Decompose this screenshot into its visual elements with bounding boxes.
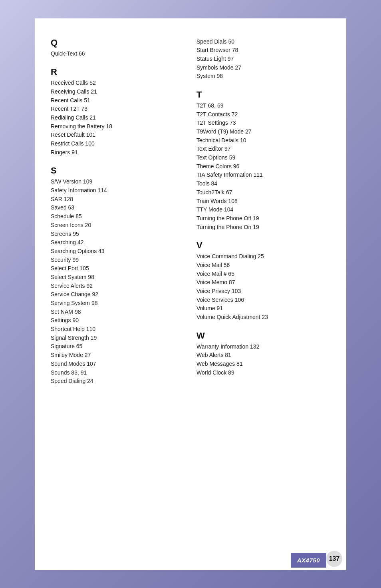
index-entry: Sounds 83, 91 xyxy=(51,369,185,377)
index-entry: Voice Mail # 65 xyxy=(196,270,330,279)
index-entry: Web Messages 81 xyxy=(196,360,330,369)
index-entry: T2T Contacts 72 xyxy=(196,110,330,119)
index-entry: Web Alerts 81 xyxy=(196,351,330,360)
section-items: T2T 68, 69T2T Contacts 72T2T Settings 73… xyxy=(196,102,330,231)
index-entry: S/W Version 109 xyxy=(51,177,185,186)
section-items: Received Calls 52Receiving Calls 21Recen… xyxy=(51,79,185,157)
index-section: VVoice Command Dialing 25Voice Mail 56Vo… xyxy=(196,240,330,322)
index-entry: Warranty Information 132 xyxy=(196,343,330,351)
index-entry: Restrict Calls 100 xyxy=(51,140,185,148)
index-entry: Symbols Mode 27 xyxy=(196,64,330,72)
index-entry: T9Word (T9) Mode 27 xyxy=(196,128,330,136)
index-entry: T2T 68, 69 xyxy=(196,102,330,110)
index-entry: Tools 84 xyxy=(196,179,330,188)
index-entry: Receiving Calls 21 xyxy=(51,88,185,96)
section-letter: R xyxy=(51,67,185,77)
index-entry: Shortcut Help 110 xyxy=(51,325,185,334)
index-entry: TTY Mode 104 xyxy=(196,205,330,214)
index-entry: Schedule 85 xyxy=(51,212,185,221)
index-entry: SAR 128 xyxy=(51,195,185,204)
index-entry: Text Options 59 xyxy=(196,153,330,162)
index-section: SS/W Version 109Safety Information 114SA… xyxy=(51,165,185,386)
index-entry: Signal Strength 19 xyxy=(51,334,185,343)
index-entry: Quick-Text 66 xyxy=(51,50,185,58)
index-entry: Ringers 91 xyxy=(51,148,185,157)
index-entry: Signature 65 xyxy=(51,342,185,351)
index-entry: Speed Dials 50 xyxy=(196,38,330,46)
index-entry: Theme Colors 96 xyxy=(196,162,330,171)
index-entry: Redialing Calls 21 xyxy=(51,114,185,122)
section-items: Warranty Information 132Web Alerts 81Web… xyxy=(196,343,330,377)
index-entry: Touch2Talk 67 xyxy=(196,188,330,197)
index-entry: Voice Command Dialing 25 xyxy=(196,252,330,261)
column-right: Speed Dials 50Start Browser 78Status Lig… xyxy=(196,38,330,395)
index-entry: Smiley Mode 27 xyxy=(51,351,185,360)
section-items: Voice Command Dialing 25Voice Mail 56Voi… xyxy=(196,252,330,322)
index-entry: Received Calls 52 xyxy=(51,79,185,88)
footer-model: AX4750 xyxy=(291,553,326,568)
index-entry: Screen Icons 20 xyxy=(51,221,185,230)
index-section: TT2T 68, 69T2T Contacts 72T2T Settings 7… xyxy=(196,90,330,231)
index-entry: System 98 xyxy=(196,72,330,81)
index-entry: Select Port 105 xyxy=(51,264,185,273)
column-left: QQuick-Text 66RReceived Calls 52Receivin… xyxy=(51,38,185,395)
index-entry: Screens 95 xyxy=(51,230,185,239)
index-entry: Turning the Phone Off 19 xyxy=(196,214,330,223)
index-section: WWarranty Information 132Web Alerts 81We… xyxy=(196,331,330,377)
section-letter: Q xyxy=(51,38,185,48)
index-entry: Reset Default 101 xyxy=(51,131,185,140)
index-entry: Safety Information 114 xyxy=(51,186,185,195)
index-entry: Volume 91 xyxy=(196,304,330,313)
index-entry: Start Browser 78 xyxy=(196,46,330,55)
page-container: QQuick-Text 66RReceived Calls 52Receivin… xyxy=(35,18,346,570)
footer-page-number: 137 xyxy=(326,551,342,567)
section-letter: V xyxy=(196,240,330,251)
content-columns: QQuick-Text 66RReceived Calls 52Receivin… xyxy=(51,38,330,395)
section-items: Quick-Text 66 xyxy=(51,50,185,58)
index-entry: Turning the Phone On 19 xyxy=(196,223,330,232)
index-entry: Set NAM 98 xyxy=(51,308,185,317)
index-entry: T2T Settings 73 xyxy=(196,119,330,128)
index-entry: Status Light 97 xyxy=(196,55,330,64)
index-entry: Volume Quick Adjustment 23 xyxy=(196,313,330,322)
section-items: Speed Dials 50Start Browser 78Status Lig… xyxy=(196,38,330,81)
index-entry: Serving System 98 xyxy=(51,299,185,308)
index-entry: Sound Modes 107 xyxy=(51,360,185,369)
index-entry: Removing the Battery 18 xyxy=(51,122,185,131)
section-items: S/W Version 109Safety Information 114SAR… xyxy=(51,177,185,386)
section-letter: T xyxy=(196,90,330,100)
index-entry: Recent Calls 51 xyxy=(51,96,185,105)
index-entry: Settings 90 xyxy=(51,316,185,325)
index-entry: Train Words 108 xyxy=(196,197,330,206)
index-entry: Technical Details 10 xyxy=(196,136,330,145)
index-entry: Speed Dialing 24 xyxy=(51,377,185,386)
section-letter: S xyxy=(51,165,185,176)
index-entry: Recent T2T 73 xyxy=(51,105,185,114)
index-entry: TIA Safety Information 111 xyxy=(196,171,330,179)
index-entry: Voice Privacy 103 xyxy=(196,287,330,296)
index-entry: Service Alerts 92 xyxy=(51,282,185,291)
index-entry: Service Change 92 xyxy=(51,290,185,299)
index-entry: Searching Options 43 xyxy=(51,247,185,256)
index-entry: Voice Mail 56 xyxy=(196,261,330,270)
index-section: RReceived Calls 52Receiving Calls 21Rece… xyxy=(51,67,185,157)
index-entry: World Clock 89 xyxy=(196,369,330,377)
index-entry: Searching 42 xyxy=(51,238,185,247)
footer-bar: AX4750 137 xyxy=(291,551,346,570)
index-entry: Saved 63 xyxy=(51,203,185,212)
index-section: Speed Dials 50Start Browser 78Status Lig… xyxy=(196,38,330,81)
index-entry: Security 99 xyxy=(51,256,185,265)
section-letter: W xyxy=(196,331,330,341)
index-entry: Text Editor 97 xyxy=(196,145,330,153)
index-entry: Voice Services 106 xyxy=(196,296,330,305)
index-section: QQuick-Text 66 xyxy=(51,38,185,58)
index-entry: Voice Memo 87 xyxy=(196,278,330,287)
index-entry: Select System 98 xyxy=(51,273,185,282)
